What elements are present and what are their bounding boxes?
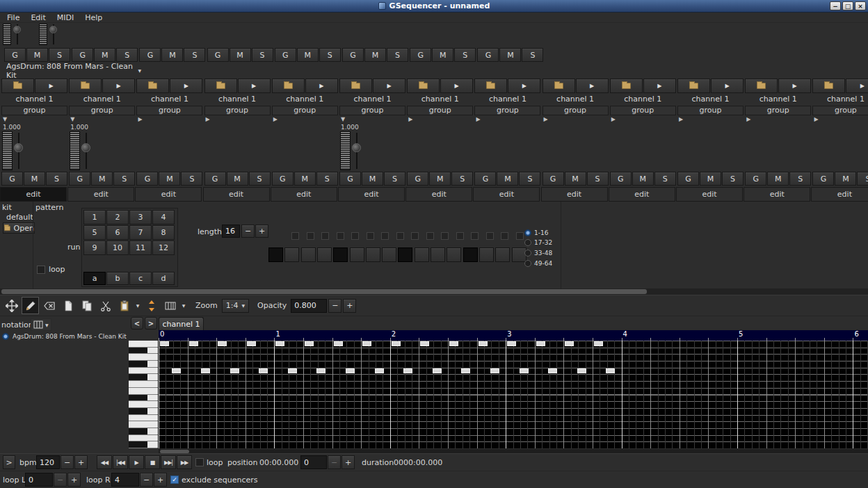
pad-group-button[interactable]: group (677, 106, 744, 115)
channel-volume-fader[interactable]: 1.000 (1, 124, 33, 171)
edit-tab[interactable]: edit (135, 187, 202, 202)
gms-s-button[interactable]: S (654, 172, 676, 186)
clear-tool-button[interactable] (40, 297, 58, 314)
open-pad-button[interactable] (474, 79, 507, 93)
close-button[interactable]: × (855, 1, 866, 10)
open-pad-button[interactable] (1, 79, 34, 93)
menu-item-midi[interactable]: MIDI (51, 13, 79, 23)
piano-key[interactable] (129, 428, 159, 435)
menu-item-edit[interactable]: Edit (25, 13, 51, 23)
pattern-step-toggle[interactable] (284, 247, 299, 262)
pad-group-button[interactable]: group (69, 106, 135, 115)
pad-group-button[interactable]: group (136, 106, 202, 115)
position-tool-button[interactable] (3, 297, 20, 314)
piano-key[interactable] (129, 421, 159, 428)
line-expander-toggle[interactable]: ▶ (679, 115, 687, 124)
bank-c-button[interactable]: c (129, 272, 152, 285)
pad-index-button-6[interactable]: 6 (106, 225, 129, 240)
pad-index-button-5[interactable]: 5 (83, 225, 106, 240)
note[interactable] (189, 341, 198, 346)
gms-m-button[interactable]: M (364, 48, 386, 62)
gms-m-button[interactable]: M (161, 48, 183, 62)
pad-group-button[interactable]: group (474, 106, 540, 115)
master-volume-fader[interactable] (38, 24, 70, 46)
length-increment-button[interactable]: + (255, 225, 268, 238)
pattern-step-toggle[interactable] (495, 247, 510, 262)
fader-knob[interactable] (49, 26, 57, 33)
gms-g-button[interactable]: G (272, 172, 294, 186)
note[interactable] (536, 341, 545, 346)
gms-m-button[interactable]: M (429, 172, 451, 186)
note[interactable] (507, 341, 516, 346)
note[interactable] (362, 341, 371, 346)
gms-s-button[interactable]: S (519, 172, 540, 186)
fader-knob[interactable] (13, 26, 21, 33)
pattern-step-toggle[interactable] (350, 247, 364, 262)
piano-key[interactable] (129, 361, 159, 368)
note[interactable] (520, 368, 529, 373)
note[interactable] (433, 368, 442, 373)
piano-key[interactable] (129, 395, 159, 402)
fader-knob[interactable] (352, 143, 361, 152)
note[interactable] (172, 368, 181, 373)
line-expander-toggle[interactable]: ▶ (611, 115, 620, 124)
gms-s-button[interactable]: S (451, 172, 473, 186)
gms-g-button[interactable]: G (677, 172, 699, 186)
edit-tab[interactable]: edit (0, 187, 67, 202)
machine-selector[interactable]: AgsDrum: 808 From Mars - Clean Kit ▼ (4, 65, 143, 76)
pad-index-button-3[interactable]: 3 (129, 210, 152, 225)
pattern-step-toggle[interactable] (268, 247, 283, 262)
copy-button[interactable] (78, 297, 95, 314)
pattern-offset-option[interactable]: 1-16 (524, 228, 562, 237)
gms-m-button[interactable]: M (497, 172, 518, 186)
bpm-increment-button[interactable]: + (74, 455, 88, 469)
gms-s-button[interactable]: S (384, 172, 405, 186)
play-pad-button[interactable]: ▶ (508, 79, 540, 93)
gms-g-button[interactable]: G (207, 48, 229, 62)
play-pad-button[interactable]: ▶ (576, 79, 609, 93)
piano-key[interactable] (129, 368, 159, 375)
edit-tab[interactable]: edit (609, 187, 675, 202)
pad-group-button[interactable]: group (610, 106, 676, 115)
loop-right-increment-button[interactable]: + (154, 473, 167, 487)
transport-expander-button[interactable]: > (3, 455, 15, 469)
gms-g-button[interactable]: G (407, 172, 428, 186)
edit-tab[interactable]: edit (744, 187, 810, 202)
gms-s-button[interactable]: S (316, 172, 338, 186)
gms-m-button[interactable]: M (159, 172, 180, 186)
transport-stop-button[interactable]: ■ (145, 455, 160, 469)
position-decrement-button[interactable]: − (328, 455, 341, 469)
edit-tab[interactable]: edit (541, 187, 608, 202)
gms-s-button[interactable]: S (522, 48, 543, 62)
pad-group-button[interactable]: group (339, 106, 405, 115)
pad-index-button-12[interactable]: 12 (152, 241, 175, 255)
gms-m-button[interactable]: M (297, 48, 319, 62)
play-pad-button[interactable]: ▶ (643, 79, 676, 93)
note[interactable] (201, 368, 210, 373)
piano-key[interactable] (129, 435, 159, 442)
note[interactable] (375, 368, 384, 373)
gms-g-button[interactable]: G (72, 48, 93, 62)
line-expander-toggle[interactable]: ▶ (544, 115, 552, 124)
fader-knob[interactable] (14, 143, 23, 152)
notation-type-selector[interactable]: ▼ (31, 318, 51, 331)
loop-left-entry[interactable]: 0 (25, 473, 53, 487)
gms-s-button[interactable]: S (319, 48, 341, 62)
pad-group-button[interactable]: group (745, 106, 811, 115)
kit-item-default[interactable]: default (6, 213, 33, 222)
note[interactable] (316, 368, 326, 373)
select-tool-button[interactable] (59, 297, 77, 314)
bpm-entry[interactable]: 120 (36, 455, 60, 469)
gms-s-button[interactable]: S (587, 172, 609, 186)
master-volume-fader[interactable] (2, 24, 34, 46)
gms-s-button[interactable]: S (387, 48, 408, 62)
scrollbar-thumb[interactable] (1, 289, 647, 294)
pad-index-button-8[interactable]: 8 (152, 225, 175, 240)
note[interactable] (259, 368, 268, 373)
tool-popup-dropdown[interactable]: ▼ (180, 303, 187, 308)
edit-tool-button[interactable] (22, 297, 39, 314)
gms-s-button[interactable]: S (181, 172, 202, 186)
titlebar[interactable]: GSequencer - unnamed − □ × (0, 0, 868, 13)
loop-checkbox[interactable] (195, 458, 204, 466)
gms-g-button[interactable]: G (477, 48, 499, 62)
